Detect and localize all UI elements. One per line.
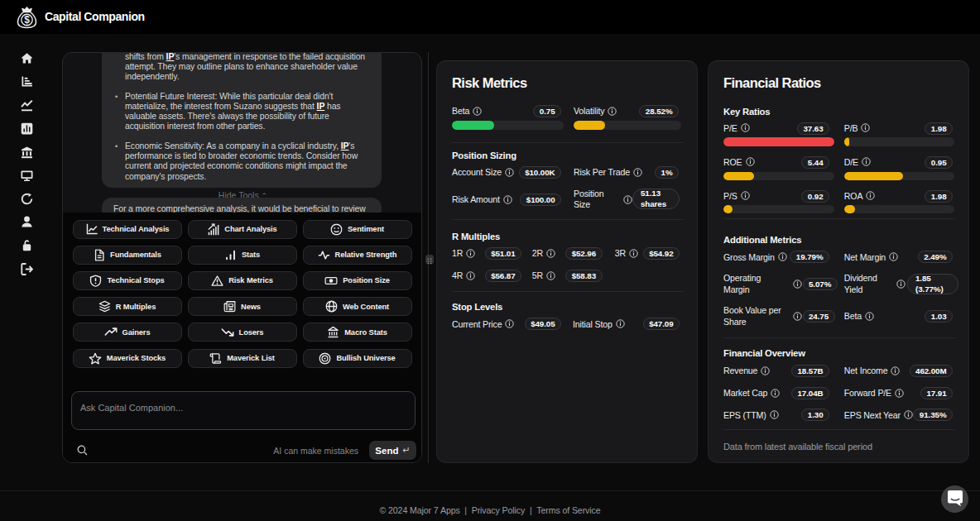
- svg-text:$: $: [24, 14, 30, 26]
